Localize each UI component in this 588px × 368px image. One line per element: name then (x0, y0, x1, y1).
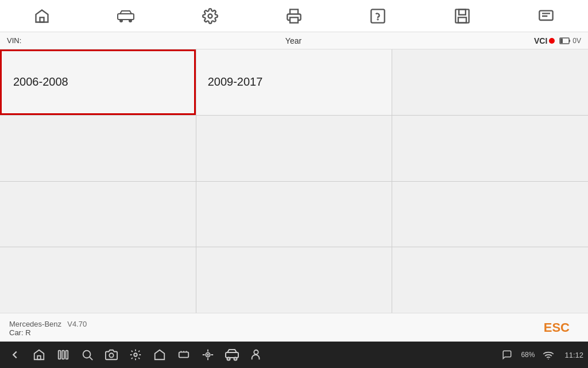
svg-rect-14 (560, 39, 563, 43)
svg-point-21 (109, 353, 113, 357)
svg-rect-11 (539, 10, 552, 20)
svg-point-29 (254, 350, 258, 354)
bottom-info-bar: Mercedes-Benz V4.70 Car: R ESC (0, 313, 588, 342)
year-grid: 2006-2008 2009-2017 (0, 49, 588, 313)
year-cell-empty-8 (196, 182, 392, 247)
year-cell-empty-4 (0, 116, 196, 181)
year-label: Year (53, 36, 534, 45)
sys-home2-icon[interactable] (149, 344, 170, 365)
car-sys-icon[interactable] (222, 344, 242, 365)
year-cell-2006-2008[interactable]: 2006-2008 (0, 49, 196, 115)
svg-rect-10 (458, 17, 466, 22)
svg-rect-8 (455, 9, 469, 22)
system-bar-left (5, 344, 266, 365)
car-icon[interactable] (109, 0, 143, 32)
year-cell-empty-5 (196, 116, 392, 181)
year-cell-empty-10 (0, 247, 196, 313)
settings-icon[interactable] (193, 0, 227, 32)
svg-point-2 (119, 19, 123, 22)
svg-point-22 (134, 353, 137, 356)
svg-rect-16 (59, 351, 61, 359)
system-bar: 68% 11:12 (0, 342, 588, 368)
vehicle-info: Mercedes-Benz V4.70 Car: R (9, 319, 535, 337)
chat-sys-icon[interactable] (497, 344, 517, 365)
esc-button[interactable]: ESC (535, 316, 579, 340)
svg-rect-26 (226, 352, 238, 358)
svg-rect-13 (569, 40, 570, 42)
status-bar: VIN: Year VCI 0V (0, 32, 588, 49)
svg-line-20 (90, 357, 92, 360)
connector-icon[interactable] (198, 344, 218, 365)
svg-point-3 (129, 19, 132, 22)
year-cell-empty-6 (392, 116, 588, 181)
svg-rect-6 (372, 9, 385, 22)
vci-error-indicator (549, 38, 555, 44)
vin-label: VIN: (7, 36, 53, 45)
system-bar-right: 68% 11:12 (497, 344, 583, 365)
help-icon[interactable] (361, 0, 395, 32)
print-icon[interactable] (277, 0, 311, 32)
vci-badge: VCI (534, 36, 555, 45)
svg-point-4 (208, 14, 212, 18)
battery-percent: 68% (521, 351, 535, 359)
back-icon[interactable] (5, 344, 25, 365)
tools-icon[interactable] (125, 344, 146, 365)
home-icon[interactable] (25, 0, 59, 32)
year-cell-empty-9 (392, 182, 588, 247)
svg-point-28 (234, 358, 237, 361)
recents-icon[interactable] (53, 344, 74, 365)
camera-icon[interactable] (101, 344, 122, 365)
status-right: VCI 0V (534, 36, 581, 45)
year-cell-2009-2017[interactable]: 2009-2017 (196, 49, 392, 115)
save-icon[interactable] (445, 0, 479, 32)
vci-sys-icon[interactable] (173, 344, 194, 365)
svg-rect-0 (40, 17, 44, 22)
svg-rect-18 (66, 351, 68, 359)
system-time: 11:12 (564, 351, 583, 359)
sys-home-icon[interactable] (29, 344, 49, 365)
svg-rect-15 (37, 356, 41, 359)
search-sys-icon[interactable] (77, 344, 98, 365)
battery-info: 0V (559, 37, 581, 45)
svg-rect-23 (179, 352, 189, 357)
year-cell-empty-3 (392, 49, 588, 115)
svg-point-25 (207, 354, 208, 355)
top-toolbar (0, 0, 588, 32)
svg-rect-9 (459, 9, 466, 14)
chat-icon[interactable] (529, 0, 563, 32)
svg-point-19 (83, 351, 91, 358)
brand-name: Mercedes-Benz V4.70 (9, 319, 535, 328)
svg-rect-17 (62, 351, 64, 359)
year-cell-empty-7 (0, 182, 196, 247)
svg-point-27 (227, 358, 230, 361)
year-cell-empty-12 (392, 247, 588, 313)
battery-icon (559, 37, 571, 45)
car-info: Car: R (9, 328, 535, 337)
person-icon[interactable] (246, 344, 266, 365)
svg-rect-5 (290, 17, 298, 22)
wifi-icon (538, 344, 559, 365)
main-content: 2006-2008 2009-2017 (0, 49, 588, 313)
svg-rect-1 (118, 14, 134, 20)
svg-point-7 (378, 19, 378, 20)
year-cell-empty-11 (196, 247, 392, 313)
svg-point-30 (548, 359, 550, 360)
